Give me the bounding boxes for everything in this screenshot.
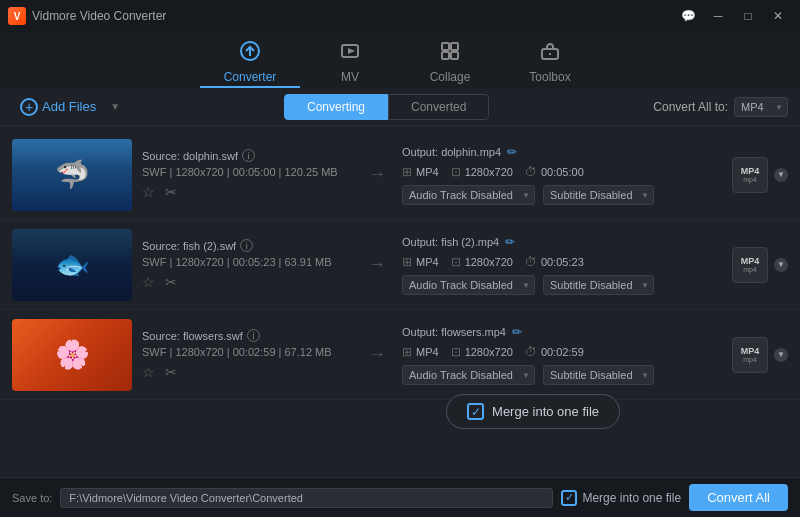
cut-icon-2[interactable]: ✂: [165, 274, 177, 290]
edit-icon-1[interactable]: ✏: [507, 145, 517, 159]
converting-tab[interactable]: Converting: [284, 94, 388, 120]
svg-marker-3: [348, 48, 355, 54]
info-icon-1[interactable]: i: [242, 149, 255, 162]
output-area-2: Output: fish (2).mp4 ✏ ⊞ MP4 ⊡ 1280x720 …: [402, 235, 722, 295]
mv-icon: [339, 40, 361, 67]
title-bar-controls: 💬 ─ □ ✕: [674, 6, 792, 26]
tab-toolbox-label: Toolbox: [529, 70, 570, 84]
format-icon-3: ⊞: [402, 345, 412, 359]
source-label-3: Source: flowsers.swf i: [142, 329, 352, 342]
output-header-3: Output: flowsers.mp4 ✏: [402, 325, 722, 339]
thumbnail-2: 🐟: [12, 229, 132, 301]
format-select-wrapper[interactable]: MP4 AVI MKV MOV: [734, 97, 788, 117]
format-arrow-1[interactable]: ▼: [774, 168, 788, 182]
info-icon-2[interactable]: i: [240, 239, 253, 252]
table-row: 🐟 Source: fish (2).swf i SWF | 1280x720 …: [0, 220, 800, 310]
output-specs-3: ⊞ MP4 ⊡ 1280x720 ⏱ 00:02:59: [402, 345, 722, 359]
star-icon-1[interactable]: ☆: [142, 184, 155, 200]
tab-mv[interactable]: MV: [300, 38, 400, 88]
thumbnail-3: 🌸: [12, 319, 132, 391]
arrow-1: →: [362, 164, 392, 185]
convert-all-to-label: Convert All to:: [653, 100, 728, 114]
subtitle-select-wrapper-1[interactable]: Subtitle Disabled Track 1: [543, 185, 654, 205]
file-info-3: Source: flowsers.swf i SWF | 1280x720 | …: [142, 329, 352, 380]
file-list: 🦈 Source: dolphin.swf i SWF | 1280x720 |…: [0, 126, 800, 477]
star-icon-2[interactable]: ☆: [142, 274, 155, 290]
app-title: Vidmore Video Converter: [32, 9, 166, 23]
audio-track-select-wrapper-1[interactable]: Audio Track Disabled Track 1: [402, 185, 535, 205]
close-button[interactable]: ✕: [764, 6, 792, 26]
dur-icon-1: ⏱: [525, 165, 537, 179]
res-icon-2: ⊡: [451, 255, 461, 269]
tab-collage-label: Collage: [430, 70, 471, 84]
merge-checkbox-label[interactable]: ✓ Merge into one file: [561, 490, 681, 506]
edit-icon-2[interactable]: ✏: [505, 235, 515, 249]
audio-track-select-wrapper-3[interactable]: Audio Track Disabled Track 1: [402, 365, 535, 385]
message-button[interactable]: 💬: [674, 6, 702, 26]
file-info-2: Source: fish (2).swf i SWF | 1280x720 | …: [142, 239, 352, 290]
file-actions-3: ☆ ✂: [142, 364, 352, 380]
add-files-label: Add Files: [42, 99, 96, 114]
add-files-dropdown[interactable]: ▼: [110, 101, 120, 112]
merge-checkbox[interactable]: ✓: [561, 490, 577, 506]
minimize-button[interactable]: ─: [704, 6, 732, 26]
output-dropdowns-2: Audio Track Disabled Track 1 Subtitle Di…: [402, 275, 722, 295]
subtitle-select-wrapper-2[interactable]: Subtitle Disabled Track 1: [543, 275, 654, 295]
tab-collage[interactable]: Collage: [400, 38, 500, 88]
save-to-label: Save to:: [12, 492, 52, 504]
format-badge-2: MP4 mp4: [732, 247, 768, 283]
convert-all-button[interactable]: Convert All: [689, 484, 788, 511]
star-icon-3[interactable]: ☆: [142, 364, 155, 380]
tab-toolbox[interactable]: Toolbox: [500, 38, 600, 88]
convert-all-to-area: Convert All to: MP4 AVI MKV MOV: [653, 97, 788, 117]
format-badge-wrapper-1: MP4 mp4 ▼: [732, 157, 788, 193]
format-select[interactable]: MP4 AVI MKV MOV: [734, 97, 788, 117]
format-icon-1: ⊞: [402, 165, 412, 179]
audio-track-select-wrapper-2[interactable]: Audio Track Disabled Track 1: [402, 275, 535, 295]
file-actions-2: ☆ ✂: [142, 274, 352, 290]
subtitle-select-3[interactable]: Subtitle Disabled Track 1: [543, 365, 654, 385]
format-arrow-3[interactable]: ▼: [774, 348, 788, 362]
tab-converter[interactable]: Converter: [200, 38, 300, 88]
maximize-button[interactable]: □: [734, 6, 762, 26]
spec-res-2: ⊡ 1280x720: [451, 255, 513, 269]
toolbar: + Add Files ▼ Converting Converted Conve…: [0, 88, 800, 126]
file-meta-1: SWF | 1280x720 | 00:05:00 | 120.25 MB: [142, 166, 352, 178]
subtitle-select-2[interactable]: Subtitle Disabled Track 1: [543, 275, 654, 295]
format-arrow-2[interactable]: ▼: [774, 258, 788, 272]
tab-converter-label: Converter: [224, 70, 277, 84]
output-dropdowns-1: Audio Track Disabled Track 1 Subtitle Di…: [402, 185, 722, 205]
audio-track-select-1[interactable]: Audio Track Disabled Track 1: [402, 185, 535, 205]
res-icon-3: ⊡: [451, 345, 461, 359]
table-row: 🦈 Source: dolphin.swf i SWF | 1280x720 |…: [0, 130, 800, 220]
subtitle-select-wrapper-3[interactable]: Subtitle Disabled Track 1: [543, 365, 654, 385]
file-actions-1: ☆ ✂: [142, 184, 352, 200]
dur-icon-2: ⏱: [525, 255, 537, 269]
edit-icon-3[interactable]: ✏: [512, 325, 522, 339]
output-specs-1: ⊞ MP4 ⊡ 1280x720 ⏱ 00:05:00: [402, 165, 722, 179]
audio-track-select-2[interactable]: Audio Track Disabled Track 1: [402, 275, 535, 295]
output-specs-2: ⊞ MP4 ⊡ 1280x720 ⏱ 00:05:23: [402, 255, 722, 269]
output-dropdowns-3: Audio Track Disabled Track 1 Subtitle Di…: [402, 365, 722, 385]
subtitle-select-1[interactable]: Subtitle Disabled Track 1: [543, 185, 654, 205]
title-bar-left: V Vidmore Video Converter: [8, 7, 166, 25]
save-path-input[interactable]: [60, 488, 553, 508]
add-files-button[interactable]: + Add Files: [12, 94, 104, 120]
output-header-1: Output: dolphin.mp4 ✏: [402, 145, 722, 159]
source-label-1: Source: dolphin.swf i: [142, 149, 352, 162]
spec-dur-2: ⏱ 00:05:23: [525, 255, 584, 269]
cut-icon-3[interactable]: ✂: [165, 364, 177, 380]
svg-rect-4: [442, 43, 449, 50]
converted-tab[interactable]: Converted: [388, 94, 489, 120]
spec-format-2: ⊞ MP4: [402, 255, 439, 269]
spec-dur-3: ⏱ 00:02:59: [525, 345, 584, 359]
output-header-2: Output: fish (2).mp4 ✏: [402, 235, 722, 249]
spec-format-1: ⊞ MP4: [402, 165, 439, 179]
svg-rect-5: [451, 43, 458, 50]
audio-track-select-3[interactable]: Audio Track Disabled Track 1: [402, 365, 535, 385]
info-icon-3[interactable]: i: [247, 329, 260, 342]
cut-icon-1[interactable]: ✂: [165, 184, 177, 200]
spec-format-3: ⊞ MP4: [402, 345, 439, 359]
format-badge-wrapper-2: MP4 mp4 ▼: [732, 247, 788, 283]
res-icon-1: ⊡: [451, 165, 461, 179]
